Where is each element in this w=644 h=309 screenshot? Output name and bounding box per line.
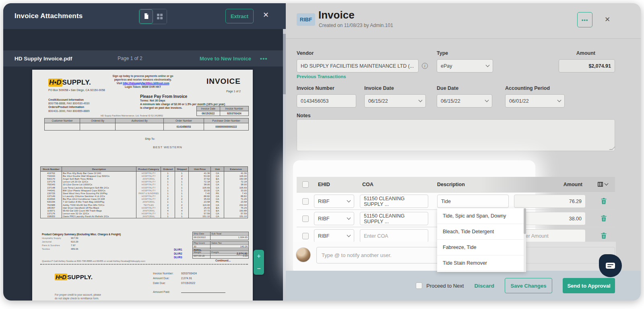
grid-icon (157, 14, 163, 19)
coa-input[interactable]: 51150 CLEANING SUPPLY ... (360, 195, 428, 208)
chat-widget-button[interactable] (599, 254, 622, 277)
document-view-button[interactable] (139, 9, 153, 24)
suggestion-item[interactable]: Tide, Spic and Span, Downy (437, 208, 526, 224)
row-checkbox[interactable] (302, 233, 309, 239)
pdf-page: H•DSUPPLY. Sign up today to process paym… (32, 70, 253, 301)
ehid-badge: RIBF (297, 13, 315, 26)
pdf-contact-block: Credit/Account Information 800/798-8888,… (48, 98, 89, 113)
grid-view-button[interactable] (153, 9, 167, 24)
row-checkbox[interactable] (302, 198, 309, 205)
scrollbar-thumb[interactable] (524, 208, 526, 234)
pdf-page-label: Page 1 of 2 (226, 90, 241, 93)
vendor-field[interactable]: HD SUPPLY FACIILITIES MAINTENANCE LTD (.… (297, 59, 419, 73)
attachments-close-icon[interactable]: ✕ (263, 10, 269, 19)
discard-button[interactable]: Discard (474, 283, 494, 289)
pdf-viewer: H•DSUPPLY. Sign up today to process paym… (3, 66, 286, 301)
pdf-item-row: 137175Lemon Lift 20 Oz 12/CsHOSPITALITY … (41, 180, 248, 183)
attachments-toolbar-gap (3, 29, 286, 50)
accounting-period-select[interactable]: 06/01/22 (505, 94, 565, 108)
move-to-new-invoice-link[interactable]: Move to New Invoice (200, 56, 251, 62)
attachments-title: Invoice Attachments (14, 12, 83, 20)
amount-field[interactable]: $2,074.91 (559, 59, 615, 73)
line-items-header: EHID COA Description Amount (297, 177, 615, 192)
type-select[interactable]: ePay (437, 59, 493, 73)
ehid-select[interactable]: RIBF (314, 212, 354, 225)
document-icon (144, 13, 149, 21)
invoice-header: RIBF Invoice Created on 11/08/23 by Admi… (286, 3, 641, 39)
dropdown-scrollbar[interactable] (524, 208, 526, 272)
pdf-line-items-table: Stock NumberDescription Product Category… (40, 166, 248, 218)
pdf-total-box: TOTAL 2,074.91 (192, 248, 249, 256)
pdf-summary-row: Paint & Sundries7.97 (42, 244, 121, 247)
page: Invoice Attachments Extract ✕ HD Supply (0, 0, 644, 309)
pdf-ship-to-value: BEST WESTERN (153, 145, 182, 149)
pdf-item-row: 11907155-60 Gal 100 Count Mil Trash Bags… (41, 209, 248, 212)
ehid-select[interactable]: RIBF (314, 195, 354, 208)
chevron-down-icon (485, 98, 489, 102)
ehid-select[interactable]: RIBF (314, 229, 354, 243)
coa-input[interactable]: 51150 CLEANING SUPPLY ... (360, 212, 428, 225)
pdf-item-row: 137176Lemon-eze 32 Oz 12/CsHOSPITALITY 1… (41, 212, 248, 215)
proceed-to-next-checkbox[interactable] (416, 282, 422, 289)
amount-input[interactable]: 76.29 (514, 195, 586, 208)
delete-row-button[interactable] (600, 232, 608, 240)
delete-row-button[interactable] (600, 197, 608, 205)
invoice-menu-button[interactable]: ••• (577, 12, 592, 27)
pdf-purchase-order-number: 000000000000222 (204, 123, 249, 131)
due-date-select[interactable]: 06/15/22 (437, 94, 492, 108)
row-checkbox[interactable] (302, 216, 309, 222)
pdf-order-info-table: Customer Number Ordered By Authorized By… (44, 118, 249, 131)
suggestion-item[interactable]: Tide Stain Remover (437, 255, 526, 271)
chevron-down-icon (347, 199, 351, 203)
chevron-down-icon (557, 98, 561, 102)
attachments-scrollbar[interactable] (283, 29, 286, 301)
coa-input[interactable]: Enter COA (360, 229, 428, 243)
chevron-down-icon (347, 233, 351, 237)
hd-supply-logo-remit: H•DSUPPLY. (55, 274, 93, 280)
invoice-number-field[interactable]: 0143456053 (297, 94, 356, 108)
scrollbar-thumb[interactable] (283, 34, 286, 94)
pdf-summary-row: Hospitality Supply967.59 (42, 236, 121, 240)
invoice-number-label: Invoice Number (297, 85, 334, 91)
zoom-out-button[interactable]: − (254, 262, 264, 275)
save-changes-button[interactable]: Save Changes (505, 278, 552, 293)
chevron-down-icon (486, 63, 490, 67)
pdf-item-row: 530170Angel Soft Bath Tissu 80/EaJANITOR… (41, 177, 248, 180)
amount-column-header: Amount (514, 182, 586, 187)
amount-label: Amount (559, 50, 612, 56)
delete-row-button[interactable] (600, 214, 608, 222)
pdf-po-line: PO Box 509058 • San Diego, CA 92150-9058 (48, 89, 105, 91)
pdf-invoice-title: INVOICE (206, 77, 241, 86)
previous-transactions-link[interactable]: Previous Transactions (297, 74, 346, 79)
invoice-panel: RIBF Invoice Created on 11/08/23 by Admi… (286, 3, 641, 301)
chevron-down-icon (347, 216, 351, 220)
columns-settings-button[interactable] (597, 181, 608, 188)
invoice-close-icon[interactable]: ✕ (605, 15, 610, 24)
type-label: Type (437, 50, 448, 56)
pdf-item-row: 744041BW 12oz Plastic Wrapped Cups 500/C… (41, 189, 248, 192)
resize-handle-icon[interactable] (609, 147, 615, 150)
pdf-item-row: 137148Low Temp Laundry Detergent Soft 8l… (41, 186, 248, 189)
due-date-label: Due Date (437, 85, 458, 91)
suggestion-item[interactable]: Fabreeze, Tide (437, 240, 526, 255)
vendor-info-icon[interactable]: i (422, 63, 428, 69)
pdf-item-row: 130725Steel Wool Very Fine Scouring Pd 1… (41, 192, 248, 195)
pdf-item-row: 744044Bw 10oz Double Wall Wrapped Cup 50… (41, 174, 248, 177)
pdf-remit-block: Invoice Number:9203793424 Amount Due:2,0… (153, 271, 225, 294)
suggestion-item[interactable]: Bleach, Tide Detergent (437, 224, 526, 240)
pdf-item-row: 419694Bw Plus 22ml Conditioner Case Of 2… (41, 198, 248, 201)
trash-icon (600, 232, 608, 240)
chat-icon (606, 263, 615, 269)
description-input[interactable]: Tide (437, 195, 509, 208)
hd-supply-logo: H•DSUPPLY. (48, 79, 91, 87)
select-all-checkbox[interactable] (302, 181, 309, 188)
description-column-header: Description (437, 182, 465, 187)
file-menu-icon[interactable]: ••• (260, 55, 268, 62)
notes-label: Notes (297, 113, 311, 118)
pdf-invoice-meta-table: Invoice DateInvoice Number 06/15/2022920… (196, 106, 249, 116)
zoom-in-button[interactable]: + (254, 250, 264, 262)
invoice-date-select[interactable]: 06/15/22 (364, 94, 426, 108)
extract-button[interactable]: Extract (225, 9, 254, 23)
send-to-approval-button[interactable]: Send to Approval (563, 278, 615, 293)
notes-textarea[interactable] (297, 119, 615, 151)
